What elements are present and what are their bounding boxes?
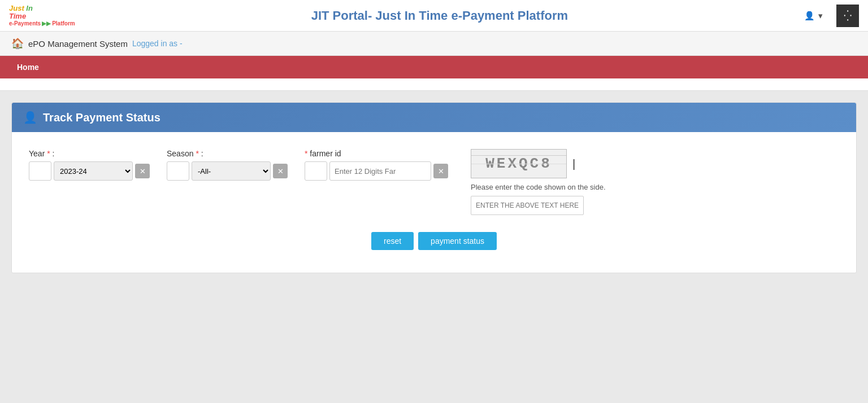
logo-block: Just InTime e-Payments ▶▶ Platform (9, 5, 75, 27)
farmer-label: * farmer id (305, 149, 448, 158)
logo-platform: Platform (52, 20, 75, 27)
farmer-id-input[interactable] (329, 161, 431, 181)
breadcrumb-logged-in: Logged in as - (132, 39, 183, 48)
header-user-menu[interactable]: 👤 ▾ (804, 11, 823, 21)
season-group: Season * : -All- Kharif Rabi ✕ (167, 149, 288, 181)
captcha-input[interactable] (471, 196, 584, 215)
user-icon: 👤 (804, 11, 815, 21)
logo-time: Time (9, 12, 26, 20)
grid-icon: ⁛ (844, 10, 852, 22)
logo-in: In (24, 4, 33, 12)
button-row: reset payment status (29, 232, 839, 250)
season-number-input[interactable] (167, 161, 189, 181)
payment-status-button[interactable]: payment status (418, 232, 497, 250)
nav-bar: Home (0, 56, 868, 78)
captcha-image: WEXQC8 (471, 149, 567, 178)
season-required: * (196, 149, 198, 158)
season-select[interactable]: -All- Kharif Rabi (192, 161, 271, 181)
year-number-input[interactable] (29, 161, 51, 181)
year-select[interactable]: 2023-24 2022-23 2021-22 (54, 161, 133, 181)
card-header-title: Track Payment Status (43, 111, 160, 124)
form-row: Year * : 2023-24 2022-23 2021-22 ✕ (29, 149, 839, 215)
year-clear-button[interactable]: ✕ (135, 164, 150, 178)
captcha-divider: | (572, 157, 575, 170)
season-input-row: -All- Kharif Rabi ✕ (167, 161, 288, 181)
year-input-row: 2023-24 2022-23 2021-22 ✕ (29, 161, 150, 181)
farmer-group: * farmer id ✕ (305, 149, 448, 181)
logo-ep: e-Payments (9, 20, 41, 27)
home-icon[interactable]: 🏠 (11, 37, 24, 50)
farmer-input-row: ✕ (305, 161, 448, 181)
logo-line2: e-Payments ▶▶ Platform (9, 20, 75, 27)
season-clear-button[interactable]: ✕ (273, 164, 288, 178)
user-dropdown-arrow: ▾ (818, 11, 823, 21)
logo-line1: Just InTime (9, 5, 75, 21)
farmer-required: * (305, 149, 307, 158)
farmer-clear-button[interactable]: ✕ (433, 164, 448, 178)
captcha-section: WEXQC8 | Please enter the code shown on … (471, 149, 606, 215)
logo-area: Just InTime e-Payments ▶▶ Platform (9, 5, 75, 27)
logo-arrows: ▶▶ (42, 20, 51, 27)
header-title: JIT Portal- Just In Time e-Payment Platf… (75, 8, 804, 23)
person-icon: 👤 (23, 111, 37, 124)
farmer-number-input[interactable] (305, 161, 327, 181)
breadcrumb-bar: 🏠 ePO Management System Logged in as - (0, 32, 868, 56)
sub-nav-line (0, 78, 868, 91)
card-body: Year * : 2023-24 2022-23 2021-22 ✕ (12, 132, 856, 273)
grid-menu-button[interactable]: ⁛ (836, 5, 859, 27)
year-group: Year * : 2023-24 2022-23 2021-22 ✕ (29, 149, 150, 181)
main-content: 👤 Track Payment Status Year * : 2023-24 (0, 91, 868, 284)
season-label: Season * : (167, 149, 288, 158)
year-required: * (47, 149, 50, 158)
breadcrumb-system-name: ePO Management System (28, 39, 128, 49)
top-header: Just InTime e-Payments ▶▶ Platform JIT P… (0, 0, 868, 32)
captcha-image-row: WEXQC8 | (471, 149, 606, 178)
year-label: Year * : (29, 149, 150, 158)
track-payment-card: 👤 Track Payment Status Year * : 2023-24 (11, 102, 857, 273)
captcha-text: WEXQC8 (485, 155, 552, 172)
logo-just: Just (9, 4, 24, 12)
card-header: 👤 Track Payment Status (12, 103, 856, 132)
nav-home[interactable]: Home (9, 56, 47, 78)
captcha-helper-text: Please enter the code shown on the side. (471, 183, 606, 191)
reset-button[interactable]: reset (371, 232, 414, 250)
